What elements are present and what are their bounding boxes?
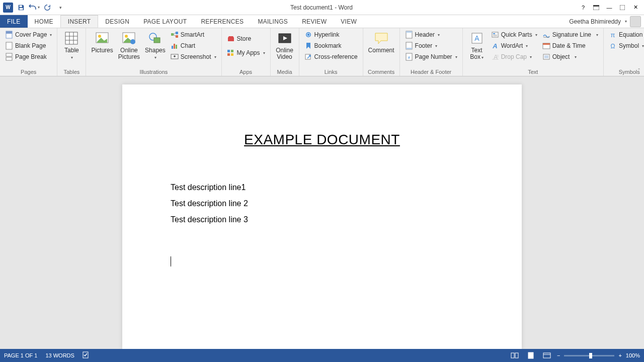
equation-button[interactable]: πEquation▾ [607,29,644,40]
status-words[interactable]: 13 WORDS [45,352,74,358]
tab-references[interactable]: REFERENCES [194,15,251,28]
user-area[interactable]: Geetha Bhimireddy ▾ [569,15,644,28]
tab-insert[interactable]: INSERT [60,15,99,28]
comment-button[interactable]: Comment [366,29,396,55]
document-area[interactable]: EXAMPLE DOCUMENT Test description line1 … [0,76,644,349]
wordart-button[interactable]: AWordArt▾ [489,40,539,51]
tab-file[interactable]: FILE [0,15,28,28]
bookmark-icon [304,42,312,50]
cross-reference-button[interactable]: Cross-reference [302,51,360,62]
hyperlink-button[interactable]: Hyperlink [302,29,360,40]
tab-view[interactable]: VIEW [334,15,364,28]
my-apps-icon [227,49,235,57]
spell-check-icon[interactable] [83,351,91,359]
document-heading[interactable]: EXAMPLE DOCUMENT [171,132,473,148]
avatar[interactable] [630,16,641,27]
document-line[interactable]: Test description line1 [171,183,473,192]
document-line[interactable]: Test description line 2 [171,199,473,208]
qat-customize[interactable]: ▾ [54,2,66,14]
svg-rect-1 [20,8,23,10]
zoom-in-button[interactable]: + [618,352,621,358]
document-line[interactable]: Test description line 3 [171,215,473,224]
text-box-button[interactable]: ATextBox▾ [466,29,488,61]
web-layout-button[interactable] [541,350,553,360]
svg-rect-48 [493,33,495,34]
group-text: ATextBox▾ Quick Parts▾ AWordArt▾ ADrop C… [463,28,604,76]
smartart-button[interactable]: SmartArt [169,29,218,40]
store-button[interactable]: Store [225,33,267,44]
svg-text:#: # [408,55,410,60]
footer-icon [405,42,413,50]
text-box-icon: A [469,30,485,46]
quick-parts-icon [491,31,499,39]
minimize-button[interactable]: — [603,2,616,13]
ribbon-tabs: FILE HOME INSERT DESIGN PAGE LAYOUT REFE… [0,15,644,28]
status-page[interactable]: PAGE 1 OF 1 [4,352,37,358]
signature-icon [542,31,550,39]
comment-icon [373,30,389,46]
screenshot-button[interactable]: Screenshot▾ [169,51,218,62]
zoom-slider[interactable] [564,355,614,356]
svg-rect-10 [65,32,77,44]
date-time-button[interactable]: Date & Time [540,40,600,51]
pictures-button[interactable]: Pictures [89,29,115,55]
smartart-icon [171,31,179,39]
zoom-out-button[interactable]: − [557,352,560,358]
group-label: Pages [3,69,54,76]
group-tables: Table▾ Tables [57,28,86,76]
page-break-button[interactable]: Page Break [3,51,54,62]
svg-line-26 [174,35,176,36]
online-pictures-button[interactable]: OnlinePictures [116,29,142,61]
close-button[interactable]: ✕ [629,2,642,13]
svg-rect-27 [172,46,173,49]
collapse-ribbon-button[interactable]: ˆ [638,68,640,74]
drop-cap-button[interactable]: ADrop Cap▾ [489,51,539,62]
help-button[interactable]: ? [577,2,590,13]
tab-review[interactable]: REVIEW [295,15,334,28]
save-button[interactable] [15,2,27,14]
cover-page-button[interactable]: Cover Page▾ [3,29,54,40]
online-video-button[interactable]: OnlineVideo [274,29,296,61]
svg-rect-64 [511,353,514,358]
svg-rect-24 [176,35,178,38]
print-layout-button[interactable] [525,350,537,360]
ribbon-display-button[interactable] [590,2,603,13]
tab-mailings[interactable]: MAILINGS [251,15,295,28]
tab-design[interactable]: DESIGN [98,15,136,28]
svg-rect-4 [620,5,625,10]
svg-rect-50 [493,36,497,36]
group-media: OnlineVideo Media [271,28,299,76]
header-icon [405,31,413,39]
document-page[interactable]: EXAMPLE DOCUMENT Test description line1 … [122,84,522,349]
blank-page-button[interactable]: Blank Page [3,40,54,51]
svg-text:A: A [492,42,497,49]
maximize-button[interactable] [616,2,629,13]
quick-parts-button[interactable]: Quick Parts▾ [489,29,539,40]
redo-button[interactable] [41,2,53,14]
bookmark-button[interactable]: Bookmark [302,40,360,51]
page-number-button[interactable]: #Page Number▾ [403,51,459,62]
svg-line-25 [174,33,176,34]
tab-page-layout[interactable]: PAGE LAYOUT [136,15,194,28]
undo-button[interactable]: ▾ [28,2,40,14]
tab-home[interactable]: HOME [28,15,60,28]
footer-button[interactable]: Footer▾ [403,40,459,51]
object-button[interactable]: Object▾ [540,51,600,62]
group-links: Hyperlink Bookmark Cross-reference Links [299,28,363,76]
read-mode-button[interactable] [509,350,521,360]
window-title: Test document1 - Word [66,4,577,11]
shapes-button[interactable]: Shapes▾ [143,29,168,61]
group-label: Media [274,69,296,76]
symbol-button[interactable]: ΩSymbol▾ [607,40,644,51]
svg-rect-29 [176,45,177,49]
cover-page-icon [5,31,13,39]
signature-line-button[interactable]: Signature Line▾ [540,29,600,40]
chart-button[interactable]: Chart [169,40,218,51]
cross-reference-icon [304,53,312,61]
header-button[interactable]: Header▾ [403,29,459,40]
zoom-level[interactable]: 100% [626,352,640,358]
svg-rect-6 [6,31,12,34]
table-button[interactable]: Table▾ [60,29,83,61]
svg-rect-32 [227,50,230,52]
my-apps-button[interactable]: My Apps▾ [225,47,267,58]
